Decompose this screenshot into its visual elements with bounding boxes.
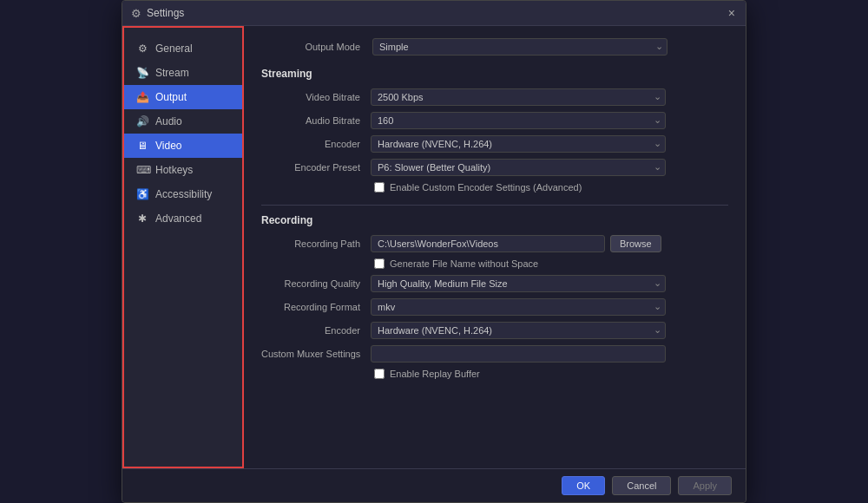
window-title: Settings bbox=[147, 7, 184, 19]
custom-encoder-row: Enable Custom Encoder Settings (Advanced… bbox=[374, 182, 728, 193]
recording-format-label: Recording Format bbox=[261, 302, 365, 312]
content-area: ⚙ General 📡 Stream 📤 Output 🔊 Audio 🖥 Vi… bbox=[122, 26, 746, 468]
apply-button[interactable]: Apply bbox=[678, 476, 732, 495]
audio-bitrate-wrapper: 160 bbox=[371, 112, 666, 129]
recording-path-input[interactable] bbox=[371, 235, 605, 252]
encoder-label: Encoder bbox=[261, 139, 365, 149]
advanced-icon: ✱ bbox=[136, 212, 148, 225]
output-mode-label: Output Mode bbox=[261, 42, 365, 52]
video-bitrate-select[interactable]: 2500 Kbps bbox=[371, 88, 666, 106]
hotkeys-icon: ⌨ bbox=[136, 164, 148, 176]
audio-bitrate-label: Audio Bitrate bbox=[261, 115, 365, 126]
audio-bitrate-select[interactable]: 160 bbox=[371, 112, 666, 129]
sidebar-item-accessibility[interactable]: ♿ Accessibility bbox=[124, 182, 242, 206]
accessibility-icon: ♿ bbox=[136, 188, 148, 200]
encoder-preset-label: Encoder Preset bbox=[261, 162, 365, 173]
sidebar-label-advanced: Advanced bbox=[155, 212, 201, 225]
main-panel: Output Mode Simple Streaming Video Bitra… bbox=[244, 26, 746, 468]
sidebar-item-audio[interactable]: 🔊 Audio bbox=[124, 109, 242, 134]
streaming-section-header: Streaming bbox=[261, 68, 728, 80]
custom-muxer-input[interactable] bbox=[371, 345, 666, 363]
output-mode-row: Output Mode Simple bbox=[261, 38, 728, 56]
replay-buffer-row: Enable Replay Buffer bbox=[374, 369, 728, 379]
recording-format-row: Recording Format mkv bbox=[261, 298, 728, 316]
sidebar-item-general[interactable]: ⚙ General bbox=[124, 36, 242, 61]
recording-path-row: Recording Path Browse bbox=[261, 235, 728, 252]
sidebar-item-video[interactable]: 🖥 Video bbox=[124, 134, 242, 158]
encoder-preset-row: Encoder Preset P6: Slower (Better Qualit… bbox=[261, 159, 728, 176]
sidebar-item-advanced[interactable]: ✱ Advanced bbox=[124, 206, 242, 231]
sidebar-label-accessibility: Accessibility bbox=[155, 188, 212, 200]
sidebar-label-stream: Stream bbox=[155, 67, 189, 79]
custom-muxer-label: Custom Muxer Settings bbox=[261, 349, 365, 359]
audio-icon: 🔊 bbox=[136, 115, 148, 127]
encoder2-row: Encoder Hardware (NVENC, H.264) bbox=[261, 322, 728, 339]
recording-format-select[interactable]: mkv bbox=[371, 298, 666, 316]
settings-window: ⚙ Settings × ⚙ General 📡 Stream 📤 Output… bbox=[122, 0, 746, 503]
recording-format-wrapper: mkv bbox=[371, 298, 666, 316]
recording-path-label: Recording Path bbox=[261, 238, 365, 249]
recording-quality-select[interactable]: High Quality, Medium File Size bbox=[371, 275, 666, 292]
recording-section-header: Recording bbox=[261, 214, 728, 226]
sidebar-label-general: General bbox=[155, 42, 193, 55]
encoder2-label: Encoder bbox=[261, 325, 365, 336]
recording-quality-wrapper: High Quality, Medium File Size bbox=[371, 275, 666, 292]
video-bitrate-row: Video Bitrate 2500 Kbps bbox=[261, 88, 728, 106]
title-bar: ⚙ Settings × bbox=[122, 1, 746, 26]
browse-button[interactable]: Browse bbox=[610, 235, 661, 252]
sidebar-item-output[interactable]: 📤 Output bbox=[124, 85, 242, 109]
encoder-wrapper: Hardware (NVENC, H.264) bbox=[371, 135, 666, 153]
footer: OK Cancel Apply bbox=[122, 468, 746, 502]
sidebar-label-hotkeys: Hotkeys bbox=[155, 164, 193, 176]
close-button[interactable]: × bbox=[727, 6, 737, 20]
encoder-preset-select[interactable]: P6: Slower (Better Quality) bbox=[371, 159, 666, 176]
general-icon: ⚙ bbox=[136, 42, 148, 55]
settings-title-icon: ⚙ bbox=[131, 7, 141, 20]
encoder-row: Encoder Hardware (NVENC, H.264) bbox=[261, 135, 728, 153]
video-icon: 🖥 bbox=[136, 140, 148, 152]
custom-muxer-row: Custom Muxer Settings bbox=[261, 345, 728, 363]
replay-buffer-checkbox[interactable] bbox=[374, 369, 385, 379]
replay-buffer-label: Enable Replay Buffer bbox=[390, 369, 480, 379]
video-bitrate-label: Video Bitrate bbox=[261, 92, 365, 102]
custom-encoder-checkbox[interactable] bbox=[374, 182, 385, 193]
sidebar-item-stream[interactable]: 📡 Stream bbox=[124, 61, 242, 85]
generate-filename-checkbox[interactable] bbox=[374, 258, 385, 269]
stream-icon: 📡 bbox=[136, 67, 148, 79]
sidebar-label-audio: Audio bbox=[155, 115, 182, 127]
encoder-preset-wrapper: P6: Slower (Better Quality) bbox=[371, 159, 666, 176]
section-divider bbox=[261, 205, 728, 206]
sidebar-item-hotkeys[interactable]: ⌨ Hotkeys bbox=[124, 158, 242, 182]
audio-bitrate-row: Audio Bitrate 160 bbox=[261, 112, 728, 129]
encoder2-wrapper: Hardware (NVENC, H.264) bbox=[371, 322, 666, 339]
title-bar-left: ⚙ Settings bbox=[131, 7, 184, 20]
output-mode-select[interactable]: Simple bbox=[372, 38, 667, 56]
sidebar-label-video: Video bbox=[155, 140, 181, 152]
generate-filename-row: Generate File Name without Space bbox=[374, 258, 728, 269]
recording-quality-label: Recording Quality bbox=[261, 278, 365, 289]
encoder-select[interactable]: Hardware (NVENC, H.264) bbox=[371, 135, 666, 153]
sidebar: ⚙ General 📡 Stream 📤 Output 🔊 Audio 🖥 Vi… bbox=[122, 26, 244, 468]
recording-quality-row: Recording Quality High Quality, Medium F… bbox=[261, 275, 728, 292]
generate-filename-label: Generate File Name without Space bbox=[390, 258, 538, 269]
encoder2-select[interactable]: Hardware (NVENC, H.264) bbox=[371, 322, 666, 339]
ok-button[interactable]: OK bbox=[562, 476, 605, 495]
cancel-button[interactable]: Cancel bbox=[612, 476, 671, 495]
custom-encoder-label: Enable Custom Encoder Settings (Advanced… bbox=[390, 182, 582, 193]
output-icon: 📤 bbox=[136, 91, 148, 103]
video-bitrate-wrapper: 2500 Kbps bbox=[371, 88, 666, 106]
output-mode-select-wrapper: Simple bbox=[372, 38, 667, 56]
sidebar-label-output: Output bbox=[155, 91, 187, 103]
